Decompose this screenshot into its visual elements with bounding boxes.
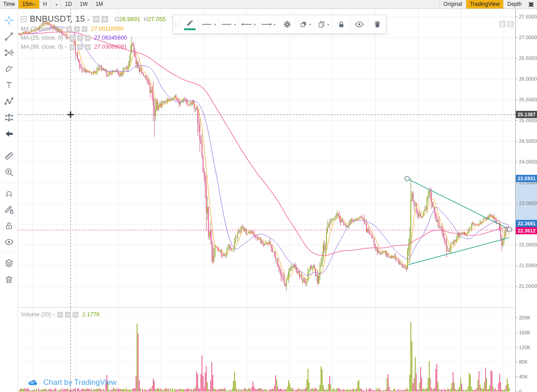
magnet-icon	[4, 188, 14, 198]
chevron-down-icon: ▾	[214, 23, 216, 27]
line-right-end-icon	[261, 20, 272, 29]
trend-line-icon	[4, 32, 14, 41]
drawing-settings-button[interactable]	[278, 15, 296, 33]
price-tick-label: 26.5000	[516, 55, 537, 61]
indicator-hide-button[interactable]	[66, 26, 72, 32]
close-icon	[73, 313, 78, 317]
indicator-remove-button[interactable]	[85, 35, 91, 41]
volume-hide-button[interactable]	[57, 312, 63, 318]
arrow-left-icon	[4, 129, 14, 139]
drawing-high-price-badge: 23.5931	[516, 175, 537, 182]
indicator-row-ma99: MA (99, close, 0) ▾ 27.03069091	[21, 42, 166, 51]
pattern-tool-button[interactable]	[1, 93, 17, 109]
indicator-value: 27.00110000	[91, 26, 124, 32]
pane-divider[interactable]	[18, 307, 537, 308]
price-tick-label: 21.5000	[516, 263, 537, 269]
indicator-row-ma7: MA (7, close, 0) ▾ 27.00110000	[21, 24, 166, 33]
trend-line-tool-button[interactable]	[1, 28, 17, 45]
volume-tick-label: 80K	[516, 359, 528, 365]
interval-1w-button[interactable]: 1W	[76, 0, 92, 9]
lock-drawing-button[interactable]	[332, 15, 350, 33]
line-color-button[interactable]	[180, 15, 198, 33]
brush-tool-button[interactable]	[1, 61, 17, 77]
forecast-tool-button[interactable]	[1, 109, 17, 126]
drawing-mode-button[interactable]	[1, 201, 17, 218]
collapse-legend-icon[interactable]	[21, 16, 27, 22]
brush-icon	[4, 64, 14, 74]
chart-canvas[interactable]	[18, 9, 515, 392]
measure-tool-button[interactable]	[1, 148, 17, 164]
gann-fibonacci-icon	[4, 48, 14, 58]
pane-move-down-button[interactable]	[499, 21, 506, 27]
indicator-remove-button[interactable]	[85, 44, 91, 50]
object-tree-button[interactable]	[1, 255, 17, 271]
tradingview-watermark[interactable]: Chart by TradingView	[26, 376, 116, 389]
indicator-settings-button[interactable]	[74, 26, 80, 32]
trash-icon	[4, 274, 14, 284]
symbol-title: BNBUSDT, 15	[30, 14, 85, 24]
ohlc-values: O26.9891 H27.055	[115, 16, 166, 23]
indicator-hide-button[interactable]	[69, 44, 75, 50]
last-price-badge: 22.3612	[516, 227, 537, 234]
pane-controls	[498, 21, 514, 27]
chevron-down-icon: ▾	[34, 3, 36, 7]
close-icon	[86, 36, 90, 40]
volume-tick-label: 40K	[516, 374, 528, 380]
zoom-in-tool-button[interactable]	[1, 164, 17, 180]
clone-drawing-button[interactable]: ▾	[314, 15, 332, 33]
indicator-value: 27.03069091	[94, 44, 127, 50]
interval-1m-button[interactable]: 1M	[92, 0, 107, 9]
pencil-lock-icon	[4, 205, 14, 214]
delete-drawing-button[interactable]	[368, 15, 386, 33]
gear-icon	[102, 17, 107, 22]
indicator-hide-button[interactable]	[69, 35, 75, 41]
hide-drawing-button[interactable]	[350, 15, 368, 33]
time-label: Time	[0, 0, 18, 9]
exit-fullscreen-button[interactable]	[525, 0, 537, 9]
bring-forward-button[interactable]: ▾	[296, 15, 314, 33]
chevron-down-icon: ▾	[87, 18, 90, 22]
toolbar-spacer	[106, 0, 439, 9]
tab-tradingview[interactable]: TradingView	[466, 0, 503, 9]
remove-all-drawings-button[interactable]	[1, 271, 17, 287]
tab-depth[interactable]: Depth	[503, 0, 525, 9]
price-tick-label: 25.5000	[516, 97, 537, 103]
gear-icon	[282, 19, 292, 29]
symbol-settings-button[interactable]	[101, 16, 108, 23]
tab-original[interactable]: Original	[440, 0, 466, 9]
interval-h-caret-button[interactable]: ▾	[50, 0, 61, 9]
lock-all-drawings-button[interactable]	[1, 218, 17, 234]
line-style-button[interactable]: ▾	[218, 15, 238, 33]
hide-all-drawings-button[interactable]	[1, 234, 17, 250]
symbol-hide-button[interactable]	[93, 16, 100, 23]
top-toolbar: Time 15m▾ H ▾ 1D 1W 1M Original TradingV…	[0, 0, 537, 9]
drawing-tools-sidebar	[0, 9, 18, 392]
interval-15m-button[interactable]: 15m▾	[18, 0, 39, 9]
indicator-settings-button[interactable]	[77, 44, 83, 50]
text-tool-button[interactable]	[1, 77, 17, 93]
indicator-settings-button[interactable]	[77, 35, 83, 41]
close-icon	[86, 45, 90, 49]
right-line-end-button[interactable]: ▾	[258, 15, 278, 33]
xabcd-pattern-icon	[4, 96, 14, 106]
pane-maximize-button[interactable]	[507, 21, 514, 27]
volume-settings-button[interactable]	[65, 312, 71, 318]
volume-tick-label: 200K	[516, 315, 531, 321]
unlocked-padlock-icon	[4, 221, 14, 231]
interval-1d-button[interactable]: 1D	[61, 0, 75, 9]
line-width-button[interactable]: ▾	[198, 15, 218, 33]
price-tick-label: 21.0000	[516, 283, 537, 289]
indicator-label: MA (7, close, 0)	[21, 26, 60, 32]
chevron-down-icon: ▾	[309, 23, 311, 27]
interval-h-button[interactable]: H	[39, 0, 51, 9]
volume-remove-button[interactable]	[73, 312, 78, 318]
left-line-end-button[interactable]: ▾	[238, 15, 258, 33]
price-axis[interactable]: 27.500027.000026.500026.000025.500025.00…	[515, 9, 537, 392]
crosshair-tool-button[interactable]	[1, 12, 17, 28]
toolbar-drag-handle[interactable]	[173, 15, 180, 33]
arrow-mark-tool-button[interactable]	[1, 126, 17, 142]
magnet-mode-button[interactable]	[1, 185, 17, 201]
indicator-remove-button[interactable]	[82, 26, 87, 32]
gear-icon	[78, 36, 82, 40]
gann-fibonacci-tool-button[interactable]	[1, 45, 17, 61]
